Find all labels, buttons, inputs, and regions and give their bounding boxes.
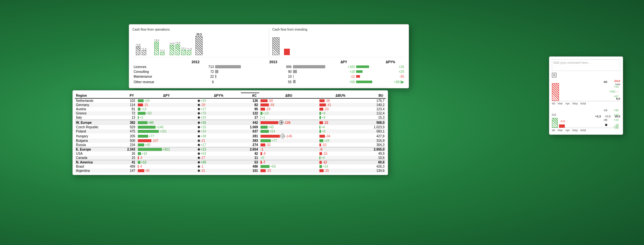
val-2013-licences: 896 (254, 64, 293, 69)
revenue-table: 2012 2013 ΔPY ΔPY% Licences 713 896 +183 (132, 59, 405, 85)
row-w-europe: W. Europe 382 +60 +16 442 (75, 120, 386, 125)
col-dpypct: ΔPY% (375, 59, 405, 64)
row-e-europe: E. Europe 2.343 +311 +13 2.654 (75, 147, 386, 152)
cf-bar-2: +1,8 (141, 47, 147, 55)
label-consulting: Consulting (132, 69, 176, 74)
circled-label: ① (552, 73, 620, 77)
header-bu: BU (363, 93, 386, 98)
col-category (132, 59, 176, 64)
row-bulgaria: Bulgaria 500 -107 -21 393 (75, 139, 386, 143)
cashflow-ops-title: Cash flow from operations (132, 28, 266, 31)
header-region: Region (75, 93, 118, 98)
cashflow-inv-title: Cash flow from investing (272, 28, 406, 31)
revenue-row-maintenance: Maintenance 22 10 -12 -55 (132, 74, 405, 79)
cf-bar-7: +2,1 (181, 47, 186, 55)
inv-negative (284, 49, 290, 55)
cf-bar-5: +4,0 (169, 42, 175, 55)
row-russia: Russia 234 +40 +17 274 (75, 143, 386, 147)
cf-bar-8: +1,9 (187, 47, 192, 55)
month-labels-bottom: ebMarAprMaytotal (552, 129, 620, 132)
header-ac: AC (241, 93, 259, 98)
inv-bar-1 (272, 37, 279, 55)
label-greece: Greece (75, 111, 118, 115)
revenue-row-consulting: Consulting 72 90 +18 +25 (132, 69, 405, 74)
row-argentina: Argentina 147 -45 -31 101 (75, 169, 386, 173)
cf-bar-1: +3,5 (136, 43, 141, 55)
cf-bar-6: +4,3 (175, 41, 180, 55)
col-dpy: ΔPY (332, 59, 356, 64)
cashflow-ops: Cash flow from operations +3,5 +1,8 +5,4 (132, 28, 269, 55)
cashflow-section: Cash flow from operations +3,5 +1,8 +5,4 (132, 28, 405, 57)
row-germany: Germany 114 -31 -28 82 (75, 103, 386, 107)
label-maintenance: Maintenance (132, 74, 176, 79)
revenue-row-other: Other revenue 6 55 +59 +983▶ (132, 79, 405, 85)
header-dbu: ΔBU (259, 93, 318, 98)
cashflow-inv-chart (272, 33, 406, 55)
comment-placeholder: Add your comment here... (554, 61, 591, 64)
row-netherlands: Netherlands 102 +24 +24 126 (75, 98, 386, 103)
bottom-sparkline: +95 +33 +23 +9 +2,3 +0,9 16,5 0,0 -0,9 -… (552, 107, 620, 128)
cashflow-ops-chart: +3,5 +1,8 +5,4 +1,2 +4,0 (132, 33, 266, 55)
label-other: Other revenue (132, 79, 176, 85)
row-italy: Italy 13 +3 +24 17 (75, 115, 386, 120)
row-austria: Austria 81 +13 +17 95 (75, 107, 386, 111)
row-poland: Poland 475 +161 +34 637 (75, 129, 386, 133)
header-dpy: ΔPY (137, 93, 196, 98)
col-2013: 2013 (254, 59, 293, 64)
right-panel-card: Add your comment here... ① -62 +10 +391→… (549, 56, 623, 135)
main-data-table: Region PY ΔPY ΔPY% AC ΔBU ΔBU% BU Nether… (75, 93, 386, 173)
top-dashboard-card: Cash flow from operations +3,5 +1,8 +5,4 (129, 24, 409, 88)
row-usa: USA 26 +16 +63 42 (75, 152, 386, 156)
header-dbupct: ΔBU% (318, 93, 363, 98)
val-2012-licences: 713 (176, 64, 215, 69)
row-czech: Czech Republic 929 +140 +15 1.069 (75, 125, 386, 129)
cf-bar-3: +5,4 (154, 39, 159, 55)
main-data-card: Region PY ΔPY ΔPY% AC ΔBU ΔBU% BU Nether… (72, 90, 388, 175)
row-canada: Canada 15 -4 -27 11 +0 (75, 156, 386, 160)
cf-bar-4: +1,2 (160, 49, 165, 55)
cf-bar-total: 38,5 (195, 33, 203, 55)
header-dpypct: ΔPY% (196, 93, 241, 98)
row-n-america: N. America 41 +12 +30 53 (75, 160, 386, 165)
month-labels-top: ebMarAprMaytotal (552, 102, 620, 105)
row-brasil: Brasil 489 -4 -1 486 (75, 164, 386, 169)
top-sparkline: -62 +10 +391→ +67 6,0 -24,0 total (552, 79, 620, 101)
cashflow-inv: Cash flow from investing (269, 28, 406, 55)
comment-box[interactable]: Add your comment here... (552, 59, 620, 71)
revenue-row-licences: Licences 713 896 +183 +26 (132, 64, 405, 69)
revenue-table-section: 2012 2013 ΔPY ΔPY% Licences 713 896 +183 (132, 59, 405, 85)
label-licences: Licences (132, 64, 176, 69)
row-greece: Greece 72 +50 +70 122 (75, 111, 386, 115)
col-2012: 2012 (176, 59, 215, 64)
row-hungary: Hungary 205 +77 +38 281 (75, 133, 386, 139)
header-py: PY (118, 93, 137, 98)
label-austria: Austria (75, 107, 118, 111)
